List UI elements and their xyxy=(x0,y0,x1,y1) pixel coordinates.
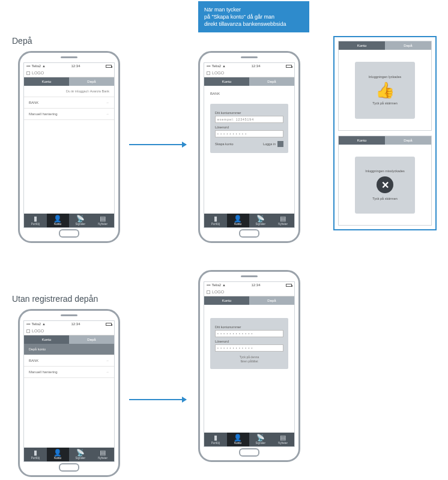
briefcase-icon: ▮ xyxy=(214,434,217,441)
logo-icon xyxy=(26,71,30,75)
clock: 12:34 xyxy=(252,283,261,287)
section-title-utan: Utan registrerad depån xyxy=(12,294,98,304)
nav-signaler[interactable]: 📡Signaler xyxy=(249,433,272,446)
tab-depa[interactable]: Depå xyxy=(69,335,114,344)
tab-depa[interactable]: Depå xyxy=(385,136,431,145)
nav-label: Nyheter xyxy=(278,223,288,226)
news-icon: ▤ xyxy=(280,215,286,222)
tab-depa[interactable]: Depå xyxy=(249,296,294,305)
logo-row: LOGO xyxy=(24,69,114,77)
row-manual[interactable]: Manuell hantering→ xyxy=(24,367,114,378)
account-field[interactable]: exempel: 12345194 xyxy=(215,116,283,123)
signal-icon: ▪▪▪ xyxy=(207,283,210,287)
nav-label: Signaler xyxy=(75,223,85,226)
bottom-nav: ▮Portfölj 👤Konto 📡Signaler ▤Nyheter xyxy=(24,214,114,227)
nav-label: Portfölj xyxy=(31,223,40,226)
success-title: Inloggningen lyckades xyxy=(369,75,401,79)
screen-body: Ditt kontonummer • • • • • • • • • • • •… xyxy=(204,305,294,433)
phone-utan-list: ▪▪▪Telia2▲ 12:34 LOGO Konto Depå Depå ko… xyxy=(18,309,120,477)
tab-konto[interactable]: Konto xyxy=(24,77,69,86)
nav-signaler[interactable]: 📡Signaler xyxy=(69,214,92,227)
tab-depa[interactable]: Depå xyxy=(385,41,431,50)
nav-konto[interactable]: 👤Konto xyxy=(47,214,70,227)
nav-portfolj[interactable]: ▮Portfölj xyxy=(24,214,47,227)
clock: 12:34 xyxy=(71,322,80,326)
nav-label: Signaler xyxy=(255,442,265,445)
nav-portfolj[interactable]: ▮Portfölj xyxy=(204,433,227,446)
signal-icon: ▪▪▪ xyxy=(26,322,30,326)
signal-icon: 📡 xyxy=(76,215,85,222)
tab-konto[interactable]: Konto xyxy=(204,296,249,305)
nav-portfolj[interactable]: ▮Portfölj xyxy=(204,214,227,227)
tab-konto[interactable]: Konto xyxy=(339,41,385,50)
row-manual[interactable]: Manuell hantering→ xyxy=(24,109,114,120)
note-line3: direkt tillavanza bankenswebbsida xyxy=(204,21,286,27)
password-field[interactable]: • • • • • • • • • • xyxy=(215,130,283,137)
logo-row: LOGO xyxy=(24,327,114,335)
success-dialog[interactable]: Inloggningen lyckades 👍 Tyck på skärmen xyxy=(355,62,415,119)
top-tabs: Konto Depå xyxy=(204,296,294,305)
user-icon: 👤 xyxy=(53,449,62,456)
nav-konto[interactable]: 👤Konto xyxy=(227,433,250,446)
status-bar: ▪▪▪Telia2▲ 12:34 xyxy=(24,321,114,327)
login-button[interactable] xyxy=(277,141,283,147)
status-bar: ▪▪▪Telia2▲ 12:34 xyxy=(204,63,294,69)
logo-text: LOGO xyxy=(212,290,224,294)
nav-signaler[interactable]: 📡Signaler xyxy=(249,214,272,227)
nav-konto[interactable]: 👤Konto xyxy=(227,214,250,227)
fail-dialog[interactable]: Inloggningen misslyckades ✕ Tyck på skär… xyxy=(355,157,415,214)
create-account-link[interactable]: Skapa konto xyxy=(215,142,234,146)
status-bar: ▪▪▪Telia2▲ 12:34 xyxy=(24,63,114,69)
tab-konto[interactable]: Konto xyxy=(24,335,69,344)
chevron-right-icon: → xyxy=(106,359,109,362)
account-value: • • • • • • • • • • • • xyxy=(217,332,253,335)
battery-icon xyxy=(286,65,292,68)
row-manual-label: Manuell hantering xyxy=(29,112,58,116)
nav-signaler[interactable]: 📡Signaler xyxy=(69,448,92,461)
chevron-right-icon: → xyxy=(106,101,109,104)
clock: 12:34 xyxy=(252,64,261,68)
phone-utan-login: ▪▪▪Telia2▲ 12:34 LOGO Konto Depå Ditt ko… xyxy=(198,270,300,462)
nav-label: Nyheter xyxy=(98,457,107,460)
label-account: Ditt kontonummer xyxy=(215,325,283,329)
bottom-nav: ▮Portfölj 👤Konto 📡Signaler ▤Nyheter xyxy=(204,433,294,446)
signal-icon: 📡 xyxy=(76,449,85,456)
account-field[interactable]: • • • • • • • • • • • • xyxy=(215,330,283,337)
flow-arrow-1 xyxy=(129,144,186,145)
row-bank[interactable]: BANK→ xyxy=(24,97,114,109)
fail-sub: Tyck på skärmen xyxy=(372,197,398,200)
nav-nyheter[interactable]: ▤Nyheter xyxy=(272,433,295,446)
briefcase-icon: ▮ xyxy=(34,215,37,222)
tab-depa[interactable]: Depå xyxy=(249,77,294,86)
logo-row: LOGO xyxy=(204,69,294,77)
top-tabs: Konto Depå xyxy=(24,77,114,86)
bank-heading: BANK xyxy=(210,92,294,95)
result-body: Inloggningen misslyckades ✕ Tyck på skär… xyxy=(339,145,431,225)
screen-body: Depå konto BANK→ Manuell hantering→ xyxy=(24,344,114,448)
close-icon: ✕ xyxy=(377,176,393,193)
signal-icon: ▪▪▪ xyxy=(26,64,30,68)
nav-label: Signaler xyxy=(255,223,265,226)
tab-depa[interactable]: Depå xyxy=(69,77,114,86)
password-field[interactable]: • • • • • • • • • • • • xyxy=(215,344,283,352)
login-label: Logga in xyxy=(263,142,276,146)
nav-label: Konto xyxy=(234,442,241,445)
nav-portfolj[interactable]: ▮Portfölj xyxy=(24,448,47,461)
thumbs-up-icon: 👍 xyxy=(375,82,395,98)
nav-nyheter[interactable]: ▤Nyheter xyxy=(92,448,115,461)
row-bank[interactable]: BANK→ xyxy=(24,355,114,367)
nav-nyheter[interactable]: ▤Nyheter xyxy=(92,214,115,227)
user-icon: 👤 xyxy=(234,434,242,441)
login-form: Ditt kontonummer exempel: 12345194 Lösen… xyxy=(210,104,288,153)
nav-konto[interactable]: 👤Konto xyxy=(47,448,70,461)
tab-konto[interactable]: Konto xyxy=(204,77,249,86)
note-line2: på "Skapa konto" då går man xyxy=(204,14,274,20)
battery-icon xyxy=(106,323,112,326)
nav-nyheter[interactable]: ▤Nyheter xyxy=(272,214,295,227)
nav-label: Konto xyxy=(54,457,61,460)
carrier: Telia2 xyxy=(31,64,41,68)
nav-label: Konto xyxy=(54,223,61,226)
screen-body: BANK Ditt kontonummer exempel: 12345194 … xyxy=(204,86,294,214)
nav-label: Nyheter xyxy=(98,223,107,226)
tab-konto[interactable]: Konto xyxy=(339,136,385,145)
